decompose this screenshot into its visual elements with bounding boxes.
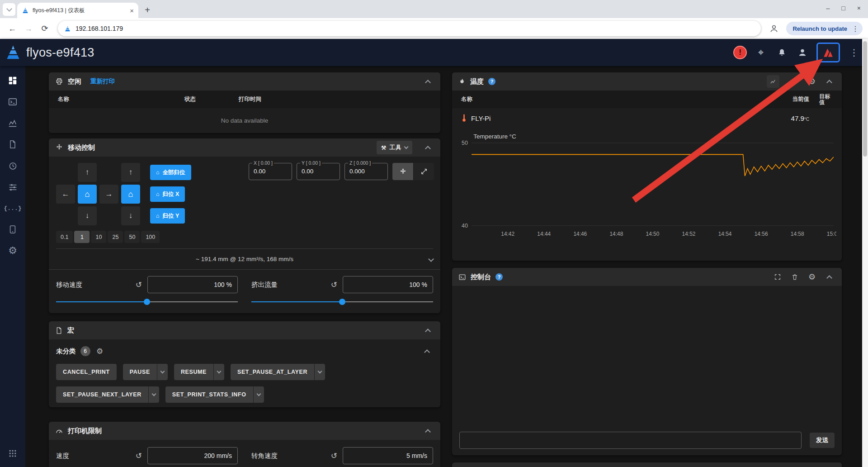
jog-y-minus-button[interactable]: ↓: [78, 206, 97, 225]
sidebar-item-heightmap[interactable]: [4, 114, 22, 132]
sidebar-item-machine[interactable]: [4, 220, 22, 238]
home-z-button[interactable]: ⌂: [121, 185, 140, 204]
reset-icon[interactable]: ↺: [136, 451, 142, 461]
step-100-button[interactable]: 100: [141, 231, 160, 243]
collapse-panel-button[interactable]: [421, 424, 434, 437]
macro-dropdown-caret[interactable]: [157, 364, 168, 380]
send-button[interactable]: 发送: [810, 433, 835, 448]
trash-icon[interactable]: [788, 271, 801, 283]
sidebar-item-console[interactable]: [4, 93, 22, 111]
cross-move-mode-button[interactable]: [392, 163, 413, 180]
tab-search-button[interactable]: [3, 3, 15, 16]
speed-factor-input[interactable]: [147, 276, 238, 293]
help-icon[interactable]: ?: [488, 78, 495, 85]
step-0.1-button[interactable]: 0.1: [56, 231, 73, 243]
locate-icon[interactable]: ⌖: [754, 46, 768, 59]
jog-z-minus-button[interactable]: ↓: [121, 206, 140, 225]
macro-set-pause-next-layer-button[interactable]: SET_PAUSE_NEXT_LAYER: [56, 386, 159, 403]
slider-thumb[interactable]: [144, 299, 150, 305]
step-1-button[interactable]: 1: [74, 231, 90, 243]
tools-dropdown-button[interactable]: ⚒ 工具: [377, 141, 412, 154]
collapse-panel-button[interactable]: [421, 324, 434, 337]
diagonal-move-mode-button[interactable]: [413, 163, 434, 180]
user-account-icon[interactable]: [796, 46, 809, 59]
jog-x-plus-button[interactable]: →: [99, 185, 118, 204]
collapse-panel-button[interactable]: [421, 141, 434, 154]
gear-icon[interactable]: ⚙: [806, 75, 818, 88]
console-input[interactable]: [459, 432, 802, 449]
sidebar-item-settings[interactable]: ⚙: [4, 242, 22, 260]
step-25-button[interactable]: 25: [108, 231, 123, 243]
browser-tab[interactable]: flyos-e9f413 | 仪表板 ×: [17, 3, 138, 18]
reset-icon[interactable]: ↺: [331, 451, 337, 461]
macro-resume-button[interactable]: RESUME: [174, 364, 224, 380]
macro-dropdown-caret[interactable]: [253, 386, 264, 403]
jog-x-minus-button[interactable]: ←: [56, 185, 75, 204]
relaunch-button[interactable]: Relaunch to update ⋮: [786, 22, 863, 35]
console-output[interactable]: [452, 286, 842, 432]
step-10-button[interactable]: 10: [91, 231, 106, 243]
flow-factor-input[interactable]: [343, 276, 433, 293]
scrollbar-thumb[interactable]: [863, 41, 867, 157]
window-minimize-button[interactable]: –: [826, 5, 830, 12]
collapse-panel-button[interactable]: [823, 271, 835, 283]
collapse-group-button[interactable]: [420, 345, 433, 357]
jog-z-plus-button[interactable]: ↑: [121, 163, 140, 182]
sidebar-item-gcode-files[interactable]: [4, 135, 22, 153]
slider-thumb[interactable]: [339, 299, 345, 305]
reprint-link[interactable]: 重新打印: [90, 77, 115, 86]
velocity-limit-input[interactable]: [147, 447, 238, 464]
chart-settings-button[interactable]: [767, 75, 779, 88]
new-tab-button[interactable]: +: [141, 4, 154, 16]
macro-dropdown-caret[interactable]: [314, 364, 325, 380]
kebab-menu-icon[interactable]: ⋮: [851, 24, 860, 33]
fly-logo-button-highlighted[interactable]: [816, 43, 840, 62]
notifications-bell-icon[interactable]: [775, 46, 788, 59]
overflow-menu-icon[interactable]: ⋮: [847, 46, 861, 59]
z-position-field[interactable]: Z [ 0.000 ] 0.000: [344, 163, 388, 180]
macro-dropdown-caret[interactable]: [213, 364, 224, 380]
y-position-field[interactable]: Y [ 0.00 ] 0.00: [297, 163, 340, 180]
back-button[interactable]: ←: [5, 22, 19, 35]
temperature-row-fly-pi[interactable]: FLY-Pi 47.9°C: [452, 108, 842, 128]
home-x-button[interactable]: ⌂ 归位 X: [150, 186, 185, 202]
window-controls: – □ ×: [826, 0, 861, 16]
collapse-panel-button[interactable]: [823, 75, 835, 88]
macro-cancel-print-button[interactable]: CANCEL_PRINT: [56, 364, 117, 380]
sidebar-item-macros[interactable]: {...}: [4, 199, 22, 217]
reset-icon[interactable]: ↺: [136, 280, 142, 290]
address-bar[interactable]: 192.168.101.179: [58, 21, 761, 36]
x-position-field[interactable]: X [ 0.00 ] 0.00: [249, 163, 292, 180]
fullscreen-icon[interactable]: [771, 271, 784, 283]
collapse-panel-button[interactable]: [421, 75, 434, 88]
help-icon[interactable]: ?: [495, 273, 503, 281]
page-scrollbar[interactable]: [862, 39, 868, 467]
corner-velocity-input[interactable]: [343, 447, 433, 464]
window-close-button[interactable]: ×: [857, 5, 861, 12]
sidebar-item-history[interactable]: [4, 157, 22, 175]
macro-set-print-stats-info-button[interactable]: SET_PRINT_STATS_INFO: [165, 386, 264, 403]
gear-icon[interactable]: ⚙: [806, 271, 818, 283]
macro-set-pause-at-layer-button[interactable]: SET_PAUSE_AT_LAYER: [231, 364, 325, 380]
extrusion-estimate-row[interactable]: ~ 191.4 mm @ 12 mm³/s, 168 mm/s: [49, 249, 440, 270]
flow-factor-slider[interactable]: [251, 298, 433, 306]
gear-icon[interactable]: ⚙: [95, 345, 105, 357]
reset-icon[interactable]: ↺: [331, 280, 337, 290]
forward-button[interactable]: →: [22, 22, 35, 35]
home-y-button[interactable]: ⌂ 归位 Y: [150, 208, 185, 224]
jog-y-plus-button[interactable]: ↑: [78, 163, 97, 182]
speed-factor-slider[interactable]: [56, 298, 238, 306]
profile-button[interactable]: [767, 22, 781, 35]
reload-button[interactable]: ⟳: [38, 22, 52, 35]
step-50-button[interactable]: 50: [124, 231, 140, 243]
window-maximize-button[interactable]: □: [841, 5, 845, 12]
macro-dropdown-caret[interactable]: [148, 386, 159, 403]
macro-pause-button[interactable]: PAUSE: [123, 364, 168, 380]
sidebar-item-dashboard[interactable]: [4, 71, 22, 90]
sidebar-item-tune[interactable]: [4, 178, 22, 196]
sidebar-item-apps[interactable]: [4, 444, 22, 462]
tab-close-icon[interactable]: ×: [130, 7, 134, 14]
home-xy-button[interactable]: ⌂: [78, 185, 97, 204]
emergency-stop-button[interactable]: !: [733, 46, 747, 59]
home-all-button[interactable]: ⌂ 全部归位: [150, 165, 191, 180]
